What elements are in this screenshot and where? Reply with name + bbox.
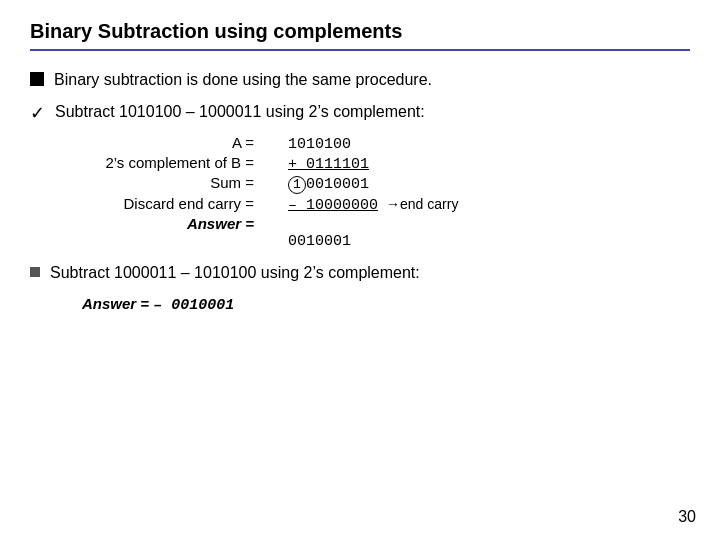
math-row3: Sum = 10010001: [62, 174, 690, 194]
answer2-row: Answer = – 0010001: [82, 295, 690, 314]
row3-val-num: 0010001: [306, 176, 369, 193]
math-row5b: 0010001: [62, 233, 690, 250]
row1-val: 1010100: [280, 136, 351, 153]
row4-prefix: –: [288, 197, 306, 214]
row2-label: 2’s complement of B =: [62, 154, 262, 171]
row3-val: 10010001: [280, 176, 369, 194]
row5b-val: 0010001: [262, 233, 351, 250]
bullet3-row: Subtract 1000011 – 1010100 using 2’s com…: [30, 262, 690, 284]
row1-label: A =: [62, 134, 262, 151]
row3-label: Sum =: [62, 174, 262, 191]
checkmark-icon: ✓: [30, 102, 45, 124]
answer2-label: Answer =: [82, 295, 153, 312]
bullet1-text: Binary subtraction is done using the sam…: [54, 69, 432, 91]
row5-label: Answer =: [62, 215, 262, 232]
math-block: A = 1010100 2’s complement of B = + 0111…: [62, 134, 690, 250]
bullet2-row: ✓ Subtract 1010100 – 1000011 using 2’s c…: [30, 101, 690, 124]
row4-val-num: 10000000: [306, 197, 378, 214]
math-row1: A = 1010100: [62, 134, 690, 153]
row4-val: – 10000000: [280, 197, 378, 214]
carry-arrow: →end carry: [386, 196, 458, 212]
row4-label: Discard end carry =: [62, 195, 262, 212]
math-row2: 2’s complement of B = + 0111101: [62, 154, 690, 173]
filled-square-icon: [30, 72, 44, 86]
slide: Binary Subtraction using complements Bin…: [0, 0, 720, 540]
row2-prefix: +: [288, 156, 306, 173]
math-row4: Discard end carry = – 10000000 →end carr…: [62, 195, 690, 214]
row2-val-num: 0111101: [306, 156, 369, 173]
answer2-val: – 0010001: [153, 297, 234, 314]
bullet2-text: Subtract 1010100 – 1000011 using 2’s com…: [55, 101, 425, 123]
math-row5: Answer =: [62, 215, 690, 232]
small-square-icon: [30, 267, 40, 277]
slide-title: Binary Subtraction using complements: [30, 20, 690, 43]
title-divider: [30, 49, 690, 51]
row2-val: + 0111101: [280, 156, 369, 173]
page-number: 30: [678, 508, 696, 526]
bullet1-row: Binary subtraction is done using the sam…: [30, 69, 690, 91]
circled-1: 1: [288, 176, 306, 194]
bullet3-text: Subtract 1000011 – 1010100 using 2’s com…: [50, 262, 420, 284]
